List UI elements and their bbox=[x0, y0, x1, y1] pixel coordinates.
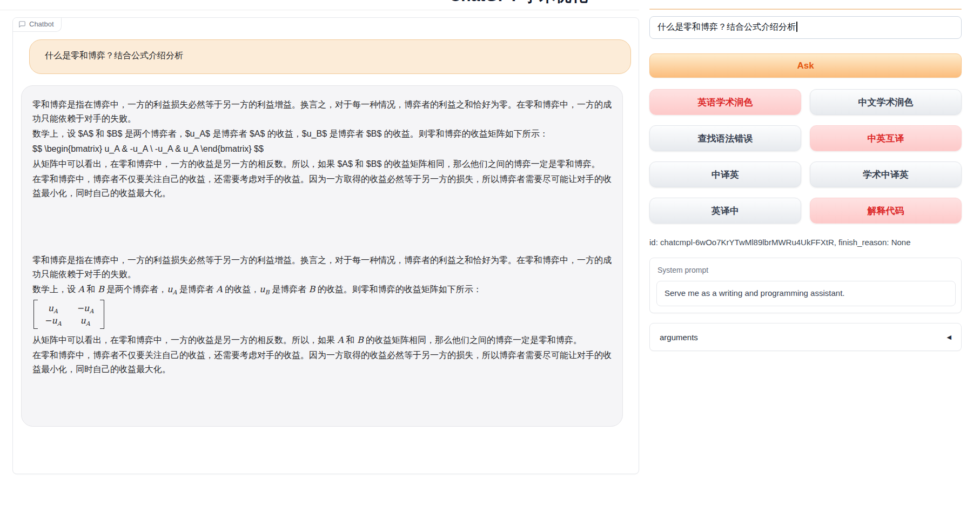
bot-paragraph: 零和博弈是指在博弈中，一方的利益损失必然等于另一方的利益增益。换言之，对于每一种… bbox=[32, 98, 612, 126]
prompt-input[interactable]: 什么是零和博弈？结合公式介绍分析 bbox=[649, 16, 962, 39]
bot-paragraph: 数学上，设 $A$ 和 $B$ 是两个博弈者，$u_A$ 是博弈者 $A$ 的收… bbox=[32, 127, 612, 141]
chatbot-label-text: Chatbot bbox=[29, 20, 54, 28]
bot-rendered-section: 零和博弈是指在博弈中，一方的利益损失必然等于另一方的利益增益。换言之，对于每一种… bbox=[32, 253, 612, 376]
system-prompt-input[interactable]: Serve me as a writing and programming as… bbox=[656, 281, 956, 306]
bot-paragraph: $$ \begin{bmatrix} u_A & -u_A \ -u_A & u… bbox=[32, 142, 612, 156]
bot-paragraph: 数学上，设 A 和 B 是两个博弈者，uA 是博弈者 A 的收益，uB 是博弈者… bbox=[32, 282, 612, 296]
matrix-cell: −uA bbox=[44, 315, 62, 326]
matrix-bracket-left bbox=[33, 300, 38, 329]
chatbot-label: Chatbot bbox=[13, 18, 62, 32]
academic-zh-to-en-button[interactable]: 学术中译英 bbox=[810, 161, 962, 187]
system-prompt-card: System prompt Serve me as a writing and … bbox=[649, 258, 962, 313]
user-message-text: 什么是零和博弈？结合公式介绍分析 bbox=[45, 51, 183, 60]
zh-to-en-button[interactable]: 中译英 bbox=[649, 161, 801, 187]
chinese-academic-polish-button[interactable]: 中文学术润色 bbox=[810, 89, 962, 115]
ask-button[interactable]: Ask bbox=[649, 53, 962, 78]
find-grammar-errors-button[interactable]: 查找语法错误 bbox=[649, 125, 801, 151]
english-academic-polish-button[interactable]: 英语学术润色 bbox=[649, 89, 801, 115]
section-gap bbox=[32, 201, 612, 253]
system-prompt-value: Serve me as a writing and programming as… bbox=[664, 288, 844, 298]
accordion-label: arguments bbox=[660, 333, 698, 342]
top-divider-left bbox=[0, 10, 639, 10]
bot-paragraph: 在零和博弈中，博弈者不仅要关注自己的收益，还需要考虑对手的收益。因为一方取得的收… bbox=[32, 348, 612, 376]
bot-paragraph: 零和博弈是指在博弈中，一方的利益损失必然等于另一方的利益增益。换言之，对于每一种… bbox=[32, 253, 612, 281]
bot-paragraph: 在零和博弈中，博弈者不仅要关注自己的收益，还需要考虑对手的收益。因为一方取得的收… bbox=[32, 172, 612, 200]
bot-raw-section: 零和博弈是指在博弈中，一方的利益损失必然等于另一方的利益增益。换言之，对于每一种… bbox=[32, 98, 612, 200]
matrix-bracket-right bbox=[100, 300, 104, 329]
matrix-cell: uA bbox=[77, 315, 94, 326]
status-line: id: chatcmpl-6wOo7KrYTwMl89lbrMWRu4UkFFX… bbox=[649, 238, 962, 247]
bot-paragraph: 从矩阵中可以看出，在零和博弈中，一方的收益是另一方的相反数。所以，如果 $A$ … bbox=[32, 157, 612, 171]
collapse-triangle-icon: ◀ bbox=[947, 334, 951, 341]
page-title: ChatGPT 学术优化 bbox=[449, 0, 588, 7]
user-message-bubble: 什么是零和博弈？结合公式介绍分析 bbox=[29, 39, 631, 74]
top-divider-right bbox=[649, 9, 962, 10]
bot-paragraph: 从矩阵中可以看出，在零和博弈中，一方的收益是另一方的相反数。所以，如果 A 和 … bbox=[32, 333, 612, 347]
arguments-accordion[interactable]: arguments ◀ bbox=[649, 323, 962, 351]
quick-buttons-grid: 英语学术润色中文学术润色查找语法错误中英互译中译英学术中译英英译中解释代码 bbox=[649, 89, 962, 224]
matrix-cell: −uA bbox=[77, 302, 94, 314]
text-caret bbox=[796, 22, 797, 32]
bot-message-bubble: 零和博弈是指在博弈中，一方的利益损失必然等于另一方的利益增益。换言之，对于每一种… bbox=[21, 85, 623, 427]
matrix-cell: uA bbox=[44, 302, 62, 314]
matrix-cells: uA−uA−uAuA bbox=[38, 300, 100, 329]
prompt-input-value: 什么是零和博弈？结合公式介绍分析 bbox=[657, 22, 796, 31]
ask-button-label: Ask bbox=[797, 60, 814, 71]
zh-en-mutual-translate-button[interactable]: 中英互译 bbox=[810, 125, 962, 151]
payoff-matrix: uA−uA−uAuA bbox=[33, 300, 104, 329]
chatbot-panel[interactable]: Chatbot 什么是零和博弈？结合公式介绍分析 零和博弈是指在博弈中，一方的利… bbox=[12, 17, 639, 474]
system-prompt-label: System prompt bbox=[657, 266, 708, 274]
explain-code-button[interactable]: 解释代码 bbox=[810, 198, 962, 224]
chat-bubble-icon bbox=[18, 21, 26, 28]
en-to-zh-button[interactable]: 英译中 bbox=[649, 198, 801, 224]
